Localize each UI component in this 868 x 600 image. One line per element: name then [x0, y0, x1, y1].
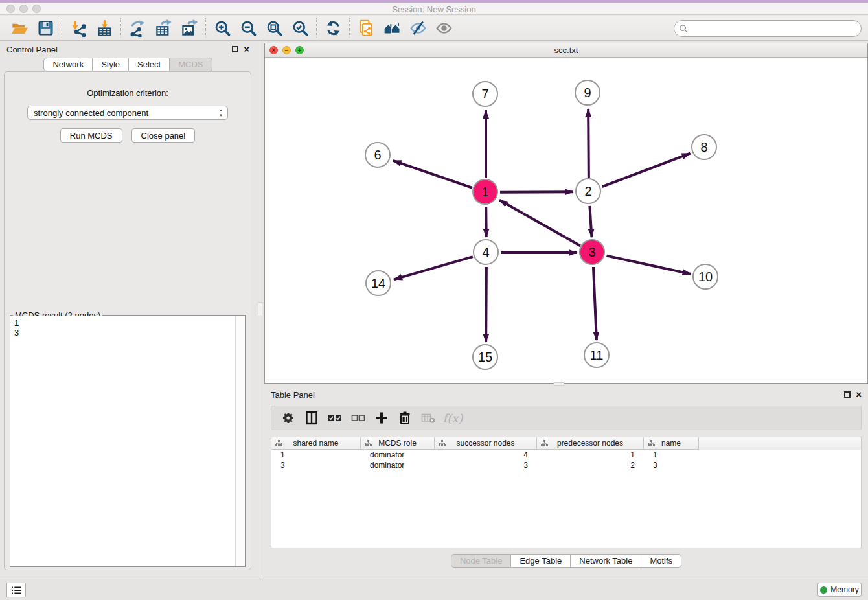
network-canvas[interactable]: 7968124314101511 — [265, 58, 867, 383]
select-stepper-icon: ▲▼ — [219, 108, 223, 118]
graph-node-6[interactable]: 6 — [365, 142, 391, 168]
graph-edge-4-15[interactable] — [486, 267, 486, 342]
graph-edge-3-1[interactable] — [499, 200, 580, 246]
float-table-panel-button[interactable] — [844, 391, 851, 398]
close-panel-button[interactable]: × — [244, 46, 249, 52]
delete-table-button[interactable] — [417, 408, 440, 428]
graph-edge-2-8[interactable] — [602, 154, 691, 187]
graph-node-8[interactable]: 8 — [691, 134, 717, 160]
graph-edge-1-6[interactable] — [393, 161, 472, 188]
tab-mcds[interactable]: MCDS — [170, 58, 212, 71]
graph-node-14[interactable]: 14 — [365, 270, 391, 296]
table-row[interactable]: 1dominator411 — [271, 450, 861, 460]
column-header-label: MCDS role — [378, 439, 417, 448]
table-row[interactable]: 3dominator323 — [271, 460, 861, 470]
table-panel-title: Table Panel — [271, 390, 315, 400]
table-cell[interactable]: 3 — [644, 460, 699, 470]
table-cell[interactable]: 1 — [271, 450, 361, 460]
tab-select[interactable]: Select — [129, 58, 170, 71]
graph-edge-2-3[interactable] — [589, 206, 591, 237]
memory-button[interactable]: Memory — [817, 583, 862, 597]
graph-edge-1-4[interactable] — [486, 207, 486, 237]
splitter-grip[interactable] — [258, 302, 262, 316]
tab-network[interactable]: Network — [43, 58, 93, 71]
tab-style[interactable]: Style — [93, 58, 129, 71]
close-table-panel-button[interactable]: × — [856, 391, 862, 398]
houses-icon — [383, 19, 401, 37]
close-panel-button[interactable]: Close panel — [131, 128, 196, 143]
open-session-button[interactable] — [6, 17, 32, 39]
tab-network-table[interactable]: Network Table — [571, 554, 641, 568]
column-header-label: successor nodes — [456, 439, 514, 448]
import-table-button[interactable] — [91, 17, 117, 39]
table-cell[interactable]: 1 — [537, 450, 644, 460]
graph-edge-1-2[interactable] — [500, 192, 573, 192]
first-neighbors-button[interactable] — [379, 17, 405, 39]
export-image-button[interactable] — [176, 17, 202, 39]
unselect-all-columns-button[interactable] — [347, 408, 370, 428]
tab-edge-table[interactable]: Edge Table — [511, 554, 571, 568]
zoom-out-button[interactable] — [235, 17, 261, 39]
export-table-icon — [155, 19, 172, 37]
graph-node-7[interactable]: 7 — [472, 81, 498, 107]
column-header-successor-nodes[interactable]: successor nodes — [435, 437, 537, 450]
optimization-criterion-select[interactable]: strongly connected component ▲▼ — [27, 106, 228, 120]
vertical-splitter[interactable] — [256, 41, 264, 579]
apply-layout-button[interactable] — [320, 17, 346, 39]
task-history-button[interactable] — [6, 583, 26, 597]
export-table-button[interactable] — [150, 17, 176, 39]
column-header-predecessor-nodes[interactable]: predecessor nodes — [537, 437, 644, 450]
column-header-shared-name[interactable]: shared name — [271, 437, 361, 450]
show-columns-button[interactable] — [300, 408, 323, 428]
table-cell[interactable]: 2 — [537, 460, 644, 470]
mcds-result-text[interactable]: 1 3 — [10, 316, 235, 566]
splitter-grip[interactable] — [554, 382, 564, 386]
column-header-name[interactable]: name — [644, 437, 699, 450]
delete-columns-button[interactable] — [393, 408, 417, 428]
zoom-in-button[interactable] — [209, 17, 235, 39]
graph-node-10[interactable]: 10 — [692, 264, 718, 290]
table-cell[interactable]: 1 — [644, 450, 699, 460]
table-cell[interactable]: dominator — [361, 460, 435, 470]
zoom-selected-button[interactable] — [287, 17, 313, 39]
graph-edge-3-11[interactable] — [593, 267, 597, 340]
network-window-titlebar[interactable]: × − + scc.txt — [265, 43, 867, 58]
save-session-button[interactable] — [32, 17, 58, 39]
table-cell[interactable]: dominator — [361, 450, 435, 460]
toolbar-separator — [316, 18, 317, 38]
graph-node-9[interactable]: 9 — [575, 80, 600, 106]
column-type-icon — [365, 440, 372, 447]
result-scrollbar[interactable] — [235, 316, 245, 566]
float-panel-button[interactable] — [232, 46, 238, 52]
graph-node-4[interactable]: 4 — [473, 239, 499, 265]
graph-node-3[interactable]: 3 — [579, 239, 605, 265]
tab-motifs[interactable]: Motifs — [641, 554, 681, 568]
graph-node-1[interactable]: 1 — [472, 179, 498, 205]
table-body: 1dominator4113dominator323 — [271, 450, 861, 470]
column-header-MCDS-role[interactable]: MCDS role — [361, 437, 435, 450]
table-cell[interactable]: 4 — [435, 450, 537, 460]
run-mcds-button[interactable]: Run MCDS — [60, 128, 122, 143]
search-field[interactable] — [674, 20, 862, 37]
graph-edge-3-10[interactable] — [606, 256, 691, 274]
export-network-button[interactable] — [124, 17, 150, 39]
graph-edge-2-9[interactable] — [588, 109, 589, 178]
new-network-from-selection-button[interactable] — [353, 17, 379, 39]
zoom-fit-button[interactable] — [261, 17, 287, 39]
show-all-button[interactable] — [431, 17, 457, 39]
function-builder-button[interactable]: f(x) — [440, 408, 463, 428]
table-cell[interactable]: 3 — [435, 460, 537, 470]
status-bar: Memory — [0, 579, 868, 600]
table-options-button[interactable] — [277, 408, 300, 428]
graph-node-2[interactable]: 2 — [575, 178, 601, 204]
select-all-columns-button[interactable] — [323, 408, 347, 428]
table-cell[interactable]: 3 — [271, 460, 361, 470]
tab-node-table[interactable]: Node Table — [451, 554, 512, 568]
graph-node-11[interactable]: 11 — [584, 342, 610, 368]
hide-selected-button[interactable] — [405, 17, 431, 39]
search-input[interactable] — [689, 22, 861, 35]
create-column-button[interactable] — [370, 408, 393, 428]
import-network-button[interactable] — [65, 17, 91, 39]
graph-node-15[interactable]: 15 — [472, 344, 498, 370]
graph-edge-4-14[interactable] — [394, 257, 473, 279]
